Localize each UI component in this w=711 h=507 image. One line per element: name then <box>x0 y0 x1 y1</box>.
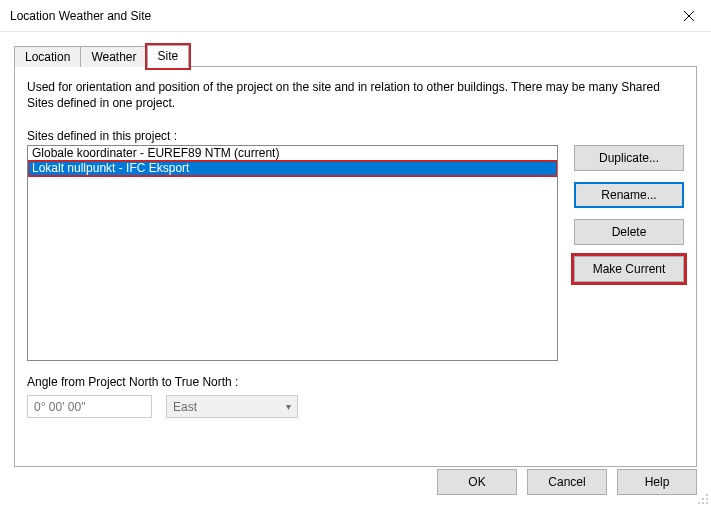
tab-location[interactable]: Location <box>14 46 81 67</box>
sites-layout: Globale koordinater - EUREF89 NTM (curre… <box>27 145 684 361</box>
close-icon <box>684 11 694 21</box>
site-buttons-column: Duplicate... Rename... Delete Make Curre… <box>574 145 684 361</box>
help-button[interactable]: Help <box>617 469 697 495</box>
list-item[interactable]: Globale koordinater - EUREF89 NTM (curre… <box>28 146 557 161</box>
svg-point-6 <box>702 502 704 504</box>
close-button[interactable] <box>666 0 711 32</box>
tab-pane-site: Used for orientation and position of the… <box>14 67 697 467</box>
angle-label: Angle from Project North to True North : <box>27 375 684 389</box>
tab-weather[interactable]: Weather <box>80 46 147 67</box>
tabs-row: Location Weather Site <box>14 44 697 67</box>
rename-button[interactable]: Rename... <box>574 182 684 208</box>
resize-grip[interactable] <box>697 493 709 505</box>
make-current-button[interactable]: Make Current <box>574 256 684 282</box>
svg-point-7 <box>698 502 700 504</box>
direction-value: East <box>173 400 197 414</box>
delete-button[interactable]: Delete <box>574 219 684 245</box>
dialog-content: Location Weather Site Used for orientati… <box>0 32 711 467</box>
svg-point-3 <box>706 498 708 500</box>
window-title: Location Weather and Site <box>10 9 151 23</box>
chevron-down-icon: ▾ <box>286 401 291 412</box>
svg-point-5 <box>706 502 708 504</box>
angle-section: Angle from Project North to True North :… <box>27 375 684 418</box>
cancel-button[interactable]: Cancel <box>527 469 607 495</box>
sites-list-label: Sites defined in this project : <box>27 129 684 143</box>
intro-text: Used for orientation and position of the… <box>27 79 684 111</box>
titlebar: Location Weather and Site <box>0 0 711 32</box>
dialog-footer: OK Cancel Help <box>437 469 697 495</box>
ok-button[interactable]: OK <box>437 469 517 495</box>
direction-select: East ▾ <box>166 395 298 418</box>
angle-input <box>27 395 152 418</box>
svg-point-2 <box>706 494 708 496</box>
list-item[interactable]: Lokalt nullpunkt - IFC Eksport <box>28 161 557 176</box>
duplicate-button[interactable]: Duplicate... <box>574 145 684 171</box>
svg-point-4 <box>702 498 704 500</box>
sites-listbox[interactable]: Globale koordinater - EUREF89 NTM (curre… <box>27 145 558 361</box>
angle-row: East ▾ <box>27 395 684 418</box>
tab-site[interactable]: Site <box>147 45 190 68</box>
